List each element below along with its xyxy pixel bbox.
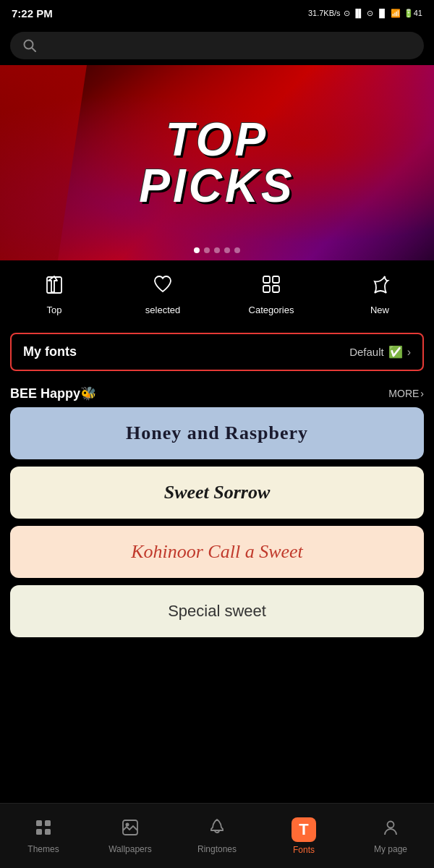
svg-rect-5 xyxy=(263,286,270,292)
section-title: BEE Happy🐝 xyxy=(10,386,96,401)
bottom-nav-mypage[interactable]: My page xyxy=(362,818,420,854)
svg-rect-7 xyxy=(36,820,42,826)
top-label: Top xyxy=(47,305,62,315)
default-label: Default xyxy=(349,346,384,358)
more-label: MORE xyxy=(388,388,419,399)
banner-line2: PICKS xyxy=(139,163,295,209)
svg-rect-6 xyxy=(273,286,279,292)
sim2-icon: ⊙ xyxy=(367,9,373,18)
new-label: New xyxy=(370,305,389,315)
status-icons: 31.7KB/s ⊙ ▐▌ ⊙ ▐▌ 📶 🔋41 xyxy=(308,9,422,18)
dot-3 xyxy=(214,247,220,253)
nav-selected[interactable]: selected xyxy=(134,273,192,315)
my-fonts-row[interactable]: My fonts Default ✅ › xyxy=(10,333,424,371)
battery-icon: 🔋41 xyxy=(404,9,422,18)
selected-label: selected xyxy=(145,305,180,315)
font-card-text-4: Special sweet xyxy=(168,602,266,621)
svg-rect-9 xyxy=(36,829,42,835)
font-card-text-1: Honey and Raspbery xyxy=(126,422,308,444)
dot-1 xyxy=(194,247,200,253)
wallpapers-label: Wallpapers xyxy=(109,844,152,854)
svg-point-12 xyxy=(126,822,129,826)
categories-label: Categories xyxy=(249,305,294,315)
dot-2 xyxy=(204,247,210,253)
nav-icons-row: Top selected Categories New xyxy=(0,260,434,323)
status-speed: 31.7KB/s xyxy=(308,9,341,17)
mypage-icon xyxy=(381,818,400,841)
fonts-label: Fonts xyxy=(293,845,315,855)
signal-icon: ▐▌ xyxy=(353,9,365,17)
svg-rect-3 xyxy=(263,276,270,283)
font-card-3[interactable]: Kohinoor Call a Sweet xyxy=(10,526,424,578)
green-check-icon: ✅ xyxy=(388,345,403,359)
banner: TOP PICKS xyxy=(0,65,434,260)
font-card-1[interactable]: Honey and Raspbery xyxy=(10,407,424,459)
svg-rect-10 xyxy=(45,829,51,835)
section-header: BEE Happy🐝 MORE › xyxy=(0,378,434,407)
status-bar: 7:22 PM 31.7KB/s ⊙ ▐▌ ⊙ ▐▌ 📶 🔋41 xyxy=(0,0,434,26)
banner-dots xyxy=(194,247,240,253)
my-fonts-status: Default ✅ › xyxy=(349,345,411,359)
categories-icon xyxy=(260,273,282,300)
chevron-right-icon: › xyxy=(407,346,411,359)
font-card-2[interactable]: Sweet Sorrow xyxy=(10,467,424,519)
new-icon xyxy=(369,273,391,300)
font-cards-list: Honey and Raspbery Sweet Sorrow Kohinoor… xyxy=(0,407,434,637)
nav-new[interactable]: New xyxy=(351,273,409,315)
search-bar[interactable] xyxy=(10,32,424,59)
bottom-nav-fonts[interactable]: T Fonts xyxy=(275,817,333,855)
themes-icon xyxy=(34,818,53,841)
more-chevron-icon: › xyxy=(420,388,424,399)
svg-rect-8 xyxy=(45,820,51,826)
banner-title: TOP PICKS xyxy=(139,116,295,209)
dot-5 xyxy=(234,247,240,253)
font-card-4[interactable]: Special sweet xyxy=(10,585,424,637)
sim-icon: ⊙ xyxy=(344,9,350,18)
svg-point-13 xyxy=(388,821,394,827)
search-icon xyxy=(23,39,36,52)
ringtones-label: Ringtones xyxy=(197,844,237,854)
top-icon xyxy=(43,273,65,300)
mypage-label: My page xyxy=(374,844,407,854)
font-card-text-3: Kohinoor Call a Sweet xyxy=(131,541,303,563)
more-button[interactable]: MORE › xyxy=(388,388,424,399)
fonts-icon: T xyxy=(299,820,308,839)
dot-4 xyxy=(224,247,230,253)
svg-line-1 xyxy=(32,48,35,51)
wifi-icon: 📶 xyxy=(391,9,401,18)
svg-rect-4 xyxy=(273,276,279,283)
banner-line1: TOP xyxy=(139,116,295,163)
bottom-nav-ringtones[interactable]: Ringtones xyxy=(188,818,246,854)
bottom-nav-wallpapers[interactable]: Wallpapers xyxy=(101,818,159,854)
fonts-active-box: T xyxy=(292,817,315,842)
wallpapers-icon xyxy=(121,818,140,841)
nav-categories[interactable]: Categories xyxy=(242,273,300,315)
status-time: 7:22 PM xyxy=(12,7,53,20)
font-card-text-2: Sweet Sorrow xyxy=(164,482,271,503)
signal2-icon: ▐▌ xyxy=(376,9,388,17)
ringtones-icon xyxy=(208,818,226,841)
bottom-nav: Themes Wallpapers Ringtones T Fonts xyxy=(0,803,434,868)
nav-top[interactable]: Top xyxy=(25,273,83,315)
my-fonts-label: My fonts xyxy=(23,344,77,359)
themes-label: Themes xyxy=(27,844,59,854)
selected-icon xyxy=(152,273,174,300)
bottom-nav-themes[interactable]: Themes xyxy=(14,818,72,854)
